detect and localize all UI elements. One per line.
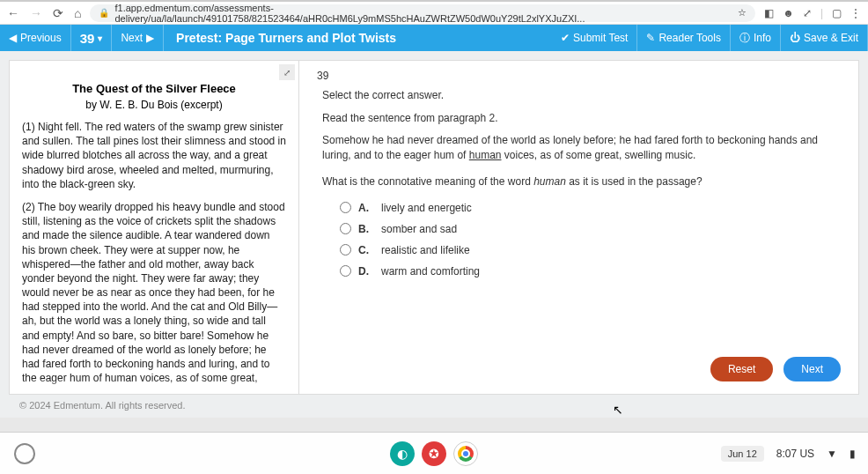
chevron-left-icon: ◀ <box>9 32 17 44</box>
passage-byline: by W. E. B. Du Bois (excerpt) <box>22 99 286 111</box>
answer-options: A. lively and energetic B. somber and sa… <box>340 202 841 278</box>
app-icon-1[interactable]: ◐ <box>390 441 415 466</box>
tools-label: Reader Tools <box>658 32 721 44</box>
passage-panel: ⤢ The Quest of the Silver Fleece by W. E… <box>9 60 299 395</box>
battery-icon[interactable]: ▮ <box>850 448 856 460</box>
copyright: © 2024 Edmentum. All rights reserved. <box>9 395 859 416</box>
back-icon[interactable]: ← <box>7 6 19 20</box>
extension-icon[interactable]: ◧ <box>764 7 774 19</box>
submit-label: Submit Test <box>573 32 628 44</box>
submit-test-button[interactable]: ✔ Submit Test <box>552 25 637 51</box>
qnum-value: 39 <box>80 31 95 46</box>
option-d-radio[interactable] <box>340 265 351 277</box>
option-a[interactable]: A. lively and energetic <box>340 202 841 214</box>
passage-p2: (2) The boy wearily dropped his heavy bu… <box>22 200 286 385</box>
passage-body: (1) Night fell. The red waters of the sw… <box>22 120 286 385</box>
wifi-icon[interactable]: ▼ <box>827 448 837 460</box>
profile-icon[interactable]: ☻ <box>783 7 794 19</box>
option-c-radio[interactable] <box>340 244 351 256</box>
option-c[interactable]: C. realistic and lifelike <box>340 244 841 256</box>
question-quote: Somehow he had never dreamed of the worl… <box>322 133 841 163</box>
option-b-radio[interactable] <box>340 223 351 234</box>
exit-icon: ⏻ <box>790 32 800 44</box>
question-read: Read the sentence from paragraph 2. <box>322 112 841 124</box>
taskbar: ◐ ✪ Jun 12 8:07 US ▼ ▮ <box>0 432 868 474</box>
next-label: Next <box>121 32 143 44</box>
home-icon[interactable]: ⌂ <box>74 6 81 20</box>
option-d[interactable]: D. warm and comforting <box>340 265 841 278</box>
option-a-text: lively and energetic <box>381 202 472 214</box>
question-next-button[interactable]: Next <box>783 357 841 381</box>
reader-tools-button[interactable]: ✎ Reader Tools <box>637 25 731 51</box>
taskbar-time[interactable]: 8:07 US <box>776 448 814 460</box>
panel-icon[interactable]: ▢ <box>832 7 842 19</box>
url-bar[interactable]: 🔒 f1.app.edmentum.com/assessments-delive… <box>90 4 755 22</box>
option-b[interactable]: B. somber and sad <box>340 223 841 235</box>
menu-icon[interactable]: ⋮ <box>850 7 861 19</box>
option-a-radio[interactable] <box>340 202 351 213</box>
star-icon[interactable]: ☆ <box>738 7 747 19</box>
previous-label: Previous <box>20 32 62 44</box>
info-button[interactable]: ⓘ Info <box>731 25 781 51</box>
option-c-text: realistic and lifelike <box>381 244 470 256</box>
app-icon-2[interactable]: ✪ <box>422 441 446 466</box>
question-number-dropdown[interactable]: 39 ▾ <box>71 25 113 51</box>
info-icon: ⓘ <box>739 31 750 46</box>
forward-icon[interactable]: → <box>30 6 42 20</box>
option-b-text: somber and sad <box>381 223 457 235</box>
assessment-header: ◀ Previous 39 ▾ Next ▶ Pretest: Page Tur… <box>0 25 868 51</box>
previous-button[interactable]: ◀ Previous <box>0 25 71 51</box>
question-number: 39 <box>317 70 841 82</box>
chevron-down-icon: ▾ <box>98 33 102 43</box>
question-instruction: Select the correct answer. <box>322 89 841 101</box>
reload-icon[interactable]: ⟳ <box>53 6 63 20</box>
save-exit-label: Save & Exit <box>804 32 858 44</box>
save-exit-button[interactable]: ⏻ Save & Exit <box>781 25 868 51</box>
info-label: Info <box>754 32 771 44</box>
passage-p1: (1) Night fell. The red waters of the sw… <box>22 120 286 191</box>
reset-button[interactable]: Reset <box>710 357 773 381</box>
taskbar-date[interactable]: Jun 12 <box>721 446 764 462</box>
chevron-right-icon: ▶ <box>146 32 154 44</box>
passage-title: The Quest of the Silver Fleece <box>22 82 286 95</box>
expand-icon[interactable]: ⤢ <box>279 64 295 80</box>
browser-toolbar: ← → ⟳ ⌂ 🔒 f1.app.edmentum.com/assessment… <box>0 2 868 25</box>
question-prompt: What is the connotative meaning of the w… <box>322 175 841 188</box>
next-button[interactable]: Next ▶ <box>112 25 164 51</box>
url-text: f1.app.edmentum.com/assessments-delivery… <box>114 3 738 24</box>
chrome-icon[interactable] <box>453 441 478 466</box>
wrench-icon: ✎ <box>646 32 655 44</box>
lock-icon: 🔒 <box>99 8 109 18</box>
question-panel: 39 Select the correct answer. Read the s… <box>299 60 859 395</box>
content-area: ⤢ The Quest of the Silver Fleece by W. E… <box>0 51 868 418</box>
check-icon: ✔ <box>561 32 570 44</box>
shelf-circle-icon[interactable] <box>14 443 35 464</box>
option-d-text: warm and comforting <box>381 265 480 278</box>
install-icon[interactable]: ⤢ <box>803 7 812 19</box>
assessment-title: Pretest: Page Turners and Plot Twists <box>164 31 396 45</box>
